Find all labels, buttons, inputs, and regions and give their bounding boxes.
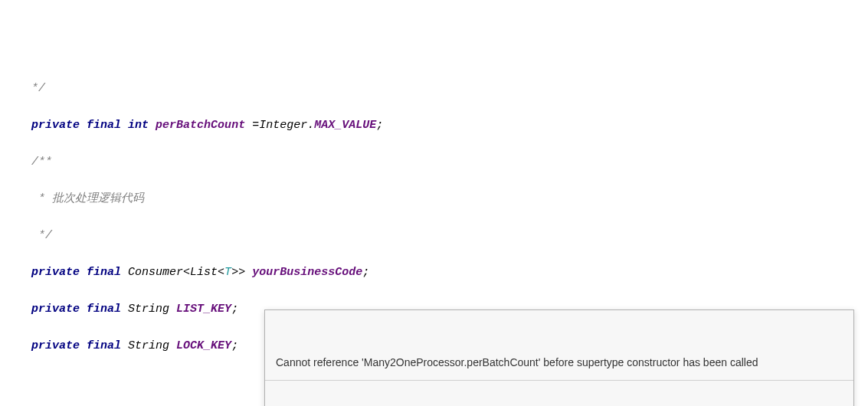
code-line-comment: * 批次处理逻辑代码 bbox=[0, 190, 868, 208]
error-tooltip: Cannot reference 'Many2OneProcessor.perB… bbox=[264, 309, 854, 406]
code-line-comment: */ bbox=[0, 227, 868, 245]
generic-t: T bbox=[224, 266, 231, 279]
code-line-comment: */ bbox=[0, 80, 868, 98]
tooltip-error-message: Cannot reference 'Many2OneProcessor.perB… bbox=[265, 345, 853, 381]
comment-close: */ bbox=[31, 229, 52, 242]
comment-open: /** bbox=[31, 156, 52, 169]
code-line[interactable]: private final int perBatchCount =Integer… bbox=[0, 116, 868, 135]
keyword-private: private bbox=[31, 119, 80, 132]
field-yourbusinesscode: yourBusinessCode bbox=[252, 266, 362, 279]
code-line-comment: /** bbox=[0, 153, 868, 172]
keyword-final: final bbox=[87, 119, 121, 132]
constant-maxvalue: MAX_VALUE bbox=[314, 119, 376, 132]
field-listkey: LIST_KEY bbox=[176, 303, 231, 316]
field-perbatchcount: perBatchCount bbox=[156, 119, 245, 132]
comment-text: * 批次处理逻辑代码 bbox=[31, 192, 144, 205]
keyword-int: int bbox=[128, 119, 149, 132]
type-string: String bbox=[128, 303, 169, 316]
code-line[interactable]: private final Consumer<List<T>> yourBusi… bbox=[0, 264, 868, 282]
field-lockkey: LOCK_KEY bbox=[176, 339, 231, 352]
assign-integer: =Integer. bbox=[252, 119, 314, 132]
comment-end: */ bbox=[11, 82, 45, 95]
